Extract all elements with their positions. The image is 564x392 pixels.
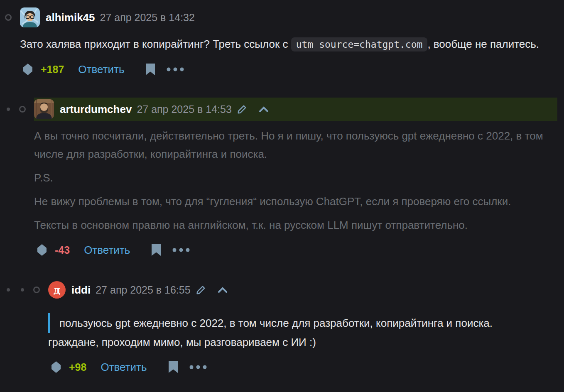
comment-body: А вы точно посчитали, действительно трет… — [34, 127, 557, 234]
paragraph: Тексты в основном правлю на английском, … — [34, 216, 557, 234]
edited-pencil-icon — [237, 104, 247, 115]
thread-indent-dot — [7, 108, 10, 111]
comment: д iddi 27 апр 2025 в 16:55 пользуюсь gpt… — [1, 278, 557, 375]
comment-thread: alhimik45 27 апр 2025 в 14:32 Зато халяв… — [0, 0, 564, 375]
bookmark-button[interactable] — [152, 244, 161, 256]
username-link[interactable]: arturdumchev — [60, 103, 132, 116]
vote-score: -43 — [55, 244, 70, 256]
thread-rail — [1, 98, 29, 121]
more-actions-button[interactable] — [189, 365, 207, 369]
avatar[interactable] — [34, 99, 54, 119]
collapse-toggle[interactable] — [5, 14, 12, 21]
comment-header-highlighted: arturdumchev 27 апр 2025 в 14:53 — [34, 98, 557, 121]
reply-button[interactable]: Ответить — [84, 244, 130, 257]
ellipsis-icon — [172, 248, 190, 252]
more-actions-button[interactable] — [167, 67, 184, 71]
comment: arturdumchev 27 апр 2025 в 14:53 А вы то… — [1, 98, 557, 257]
vote-diamond-icon — [23, 64, 32, 75]
bookmark-icon — [169, 361, 178, 373]
collapse-toggle[interactable] — [33, 287, 40, 293]
timestamp-link[interactable]: 27 апр 2025 в 16:55 — [96, 284, 190, 296]
bookmark-button[interactable] — [146, 64, 155, 75]
avatar-image — [34, 99, 54, 119]
comment-actions: +187 Ответить — [20, 62, 557, 77]
thread-rail — [1, 278, 44, 301]
comment-body: пользуюсь gpt ежедневно с 2022, в том чи… — [48, 313, 557, 351]
vote-diamond-icon — [37, 244, 47, 256]
chevron-up-icon — [218, 287, 228, 293]
comment-body: Зато халява приходит в копирайтинг? Трет… — [20, 35, 557, 54]
paragraph: Зато халява приходит в копирайтинг? Трет… — [20, 35, 557, 54]
paragraph: граждане, проходим мимо, мы разговаривае… — [48, 333, 557, 351]
comment: alhimik45 27 апр 2025 в 14:32 Зато халяв… — [1, 6, 557, 77]
comment-actions: -43 Ответить — [34, 243, 557, 257]
bookmark-icon — [152, 244, 161, 256]
paragraph: P.S. — [34, 169, 557, 187]
thread-rail — [1, 6, 15, 29]
go-to-parent-button[interactable] — [218, 287, 228, 293]
timestamp-link[interactable]: 27 апр 2025 в 14:53 — [137, 103, 231, 115]
more-actions-button[interactable] — [172, 248, 190, 252]
inline-code: utm_source=chatgpt.com — [291, 37, 428, 51]
ellipsis-icon — [189, 365, 207, 369]
timestamp-link[interactable]: 27 апр 2025 в 14:32 — [100, 12, 195, 24]
comment-header: alhimik45 27 апр 2025 в 14:32 — [20, 6, 557, 29]
avatar-image — [20, 7, 40, 27]
comment-header: д iddi 27 апр 2025 в 16:55 — [48, 278, 557, 301]
vote-button[interactable] — [51, 361, 61, 373]
vote-score: +98 — [69, 361, 86, 373]
bookmark-button[interactable] — [169, 361, 178, 373]
username-link[interactable]: alhimik45 — [46, 11, 95, 24]
reply-button[interactable]: Ответить — [78, 63, 124, 76]
thread-indent-dot — [21, 288, 24, 292]
reply-button[interactable]: Ответить — [101, 361, 147, 374]
collapse-toggle[interactable] — [19, 106, 26, 113]
username-link[interactable]: iddi — [71, 284, 91, 296]
thread-indent-dot — [7, 288, 10, 292]
bookmark-icon — [146, 64, 155, 75]
avatar[interactable] — [20, 7, 40, 27]
edited-pencil-icon — [196, 285, 206, 295]
comment-actions: +98 Ответить — [48, 360, 557, 375]
avatar[interactable]: д — [48, 281, 66, 299]
vote-button[interactable] — [37, 244, 47, 256]
vote-diamond-icon — [51, 361, 61, 373]
paragraph: А вы точно посчитали, действительно трет… — [34, 127, 557, 163]
avatar-letter: д — [54, 284, 61, 296]
paragraph: Не вижу проблемы в том, что для “гуглени… — [34, 192, 557, 211]
vote-button[interactable] — [23, 64, 32, 75]
ellipsis-icon — [167, 67, 184, 71]
go-to-parent-button[interactable] — [259, 106, 269, 113]
vote-score: +187 — [41, 64, 64, 76]
quote-block: пользуюсь gpt ежедневно с 2022, в том чи… — [48, 313, 557, 333]
chevron-up-icon — [259, 106, 269, 113]
